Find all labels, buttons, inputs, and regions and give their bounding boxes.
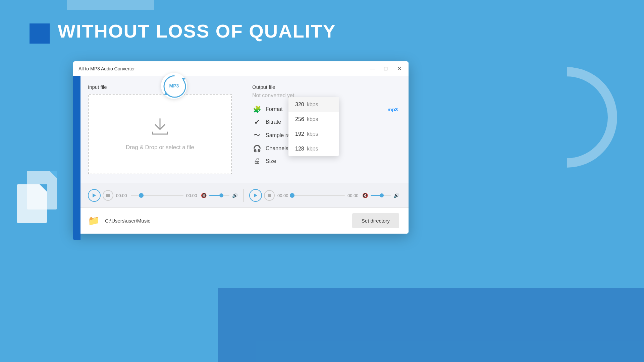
directory-path: C:\Users\user\Music (105, 218, 347, 224)
window-title: All to MP3 Audio Converter (78, 66, 368, 71)
output-volume-track[interactable] (371, 195, 391, 196)
bg-bottom-bar (218, 288, 644, 362)
check-icon: ✔ (252, 118, 262, 126)
svg-marker-1 (181, 78, 185, 80)
bitrate-unit-128: kbps (307, 146, 318, 152)
input-play-button[interactable] (88, 189, 101, 202)
bitrate-option-320[interactable]: 320 kbps (288, 97, 339, 112)
drop-zone[interactable]: Drag & Drop or select a file (88, 94, 232, 174)
bg-decoration-top (67, 0, 154, 10)
size-option-row: 🖨 Size (252, 157, 398, 165)
bitrate-unit-320: kbps (307, 102, 318, 108)
svg-rect-4 (106, 194, 110, 197)
bg-arrow-decoration (496, 46, 638, 188)
input-mute-button[interactable]: 🔇 (201, 193, 207, 198)
output-mute-button[interactable]: 🔇 (362, 193, 368, 198)
bitrate-label: Bitrate (266, 119, 281, 125)
output-label: Output file (252, 84, 398, 90)
bitrate-option-128[interactable]: 128 kbps (288, 141, 339, 156)
bitrate-unit-256: kbps (307, 116, 318, 122)
wave-icon: 〜 (252, 131, 262, 140)
sidebar-stripe (73, 76, 80, 240)
input-progress-thumb[interactable] (139, 193, 144, 198)
channels-label: Channels (266, 145, 288, 152)
input-time-end: 00:00 (186, 193, 198, 198)
output-time-start: 00:00 (277, 193, 289, 198)
input-progress-track[interactable] (131, 195, 183, 196)
close-button[interactable]: ✕ (395, 65, 403, 73)
drop-text: Drag & Drop or select a file (126, 144, 194, 151)
player-divider (243, 189, 244, 202)
size-label: Size (266, 158, 276, 164)
puzzle-icon: 🧩 (252, 105, 262, 113)
svg-marker-5 (254, 193, 257, 197)
bg-accent-bar (30, 23, 50, 44)
input-stop-button[interactable] (103, 190, 113, 201)
output-volume-icon[interactable]: 🔊 (393, 193, 399, 198)
bitrate-value-192: 192 (295, 131, 304, 137)
set-directory-button[interactable]: Set directory (352, 213, 399, 228)
output-player (249, 189, 275, 202)
input-time-start: 00:00 (116, 193, 128, 198)
main-content: Input file Drag & Drop or select a file … (73, 76, 409, 177)
mp3-convert-button[interactable]: MP3 (161, 73, 187, 99)
player-section: 00:00 00:00 🔇 🔊 00:00 00:00 🔇 (73, 183, 409, 207)
svg-marker-3 (93, 193, 96, 197)
output-play-button[interactable] (249, 189, 262, 202)
output-progress-track[interactable] (292, 195, 345, 196)
output-progress-thumb[interactable] (290, 193, 294, 198)
bitrate-option-256[interactable]: 256 kbps (288, 112, 339, 127)
input-section: Input file Drag & Drop or select a file (88, 84, 232, 177)
app-window: All to MP3 Audio Converter — □ ✕ Input f… (73, 61, 409, 234)
bitrate-value-256: 256 (295, 116, 304, 122)
mp3-button-inner: MP3 (163, 74, 185, 97)
mp3-label: MP3 (169, 83, 179, 88)
bottom-bar: 📁 C:\Users\user\Music Set directory (73, 207, 409, 234)
window-controls: — □ ✕ (368, 65, 403, 73)
format-label: Format (266, 106, 283, 112)
bitrate-option-192[interactable]: 192 kbps (288, 127, 339, 141)
headphone-icon: 🎧 (252, 144, 262, 153)
output-volume-thumb[interactable] (380, 193, 384, 197)
maximize-button[interactable]: □ (382, 65, 390, 73)
bitrate-unit-192: kbps (307, 131, 318, 137)
input-volume-thumb[interactable] (219, 193, 223, 197)
bitrate-value-320: 320 (295, 102, 304, 108)
bg-title: WITHOUT LOSS OF QUALITY (58, 20, 336, 42)
folder-icon: 📁 (88, 215, 100, 226)
input-player (88, 189, 113, 202)
svg-rect-6 (268, 194, 271, 197)
output-time-end: 00:00 (347, 193, 360, 198)
format-value: mp3 (387, 107, 398, 112)
print-icon: 🖨 (252, 157, 262, 165)
download-icon (150, 117, 170, 139)
input-label: Input file (88, 84, 232, 90)
minimize-button[interactable]: — (368, 65, 376, 73)
input-volume-track[interactable] (209, 195, 229, 196)
input-volume-icon[interactable]: 🔊 (232, 193, 238, 198)
title-bar: All to MP3 Audio Converter — □ ✕ (73, 61, 409, 76)
bg-file-1 (17, 184, 47, 223)
bitrate-dropdown: 320 kbps 256 kbps 192 kbps 128 kbps (288, 97, 339, 156)
bitrate-value-128: 128 (295, 146, 304, 152)
output-stop-button[interactable] (264, 190, 275, 201)
